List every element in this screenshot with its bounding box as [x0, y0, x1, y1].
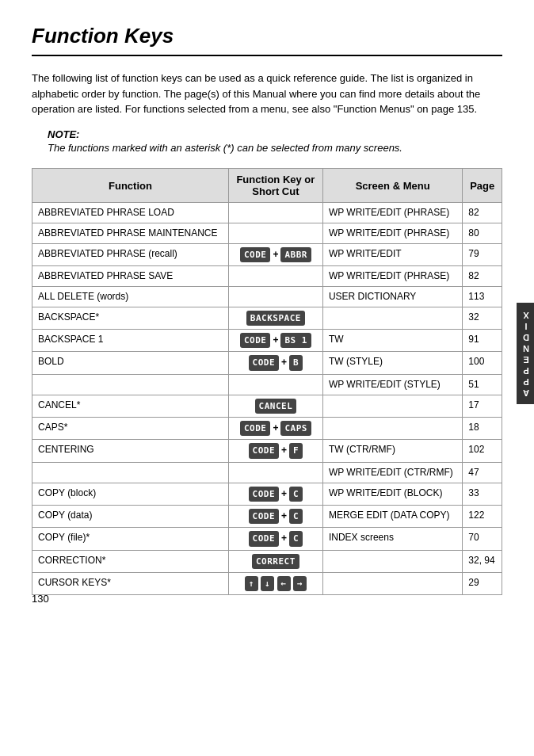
page-cell: 102 [463, 440, 502, 462]
table-row: COPY (file)*CODE+CINDEX screens70 [32, 528, 502, 550]
shortcut-cell: CODE+F [228, 440, 322, 462]
screen-cell [322, 307, 462, 329]
shortcut-cell [228, 286, 322, 307]
col-header-function: Function [32, 169, 229, 203]
shortcut-cell: CODE+C [228, 483, 322, 505]
page-cell: 80 [463, 223, 502, 243]
screen-cell: USER DICTIONARY [322, 286, 462, 307]
shortcut-cell: CODE+ABBR [228, 243, 322, 265]
table-row: COPY (data)CODE+CMERGE EDIT (DATA COPY)1… [32, 505, 502, 527]
table-row: ABBREVIATED PHRASE MAINTENANCEWP WRITE/E… [32, 223, 502, 243]
table-row: CORRECTION*CORRECT32, 94 [32, 550, 502, 572]
shortcut-cell [228, 265, 322, 286]
function-cell: CURSOR KEYS* [32, 573, 229, 595]
shortcut-cell: CODE+C [228, 528, 322, 550]
note-block: NOTE: The functions marked with an aster… [48, 128, 502, 156]
shortcut-cell-extra [228, 374, 322, 395]
page-cell: 29 [463, 573, 502, 595]
screen-cell-extra: WP WRITE/EDIT (CTR/RMF) [322, 462, 462, 483]
shortcut-cell-extra [228, 462, 322, 483]
page-cell: 70 [463, 528, 502, 550]
page-cell: 91 [463, 329, 502, 351]
table-row: BOLDCODE+BTW (STYLE)100 [32, 352, 502, 374]
page-cell: 113 [463, 286, 502, 307]
function-cell: BACKSPACE* [32, 307, 229, 329]
table-row-extra: WP WRITE/EDIT (CTR/RMF)47 [32, 462, 502, 483]
function-cell: CAPS* [32, 417, 229, 439]
screen-cell: WP WRITE/EDIT (PHRASE) [322, 223, 462, 243]
function-cell: ABBREVIATED PHRASE LOAD [32, 203, 229, 223]
function-cell: COPY (block) [32, 483, 229, 505]
page-cell: 82 [463, 265, 502, 286]
table-row: CAPS*CODE+CAPS18 [32, 417, 502, 439]
table-row: CANCEL*CANCEL17 [32, 395, 502, 417]
page-number: 130 [32, 593, 49, 605]
function-keys-table: Function Function Key orShort Cut Screen… [32, 168, 502, 595]
shortcut-cell [228, 203, 322, 223]
note-label: NOTE: [48, 128, 79, 140]
function-cell: ALL DELETE (words) [32, 286, 229, 307]
table-row: ABBREVIATED PHRASE SAVEWP WRITE/EDIT (PH… [32, 265, 502, 286]
screen-cell: WP WRITE/EDIT [322, 243, 462, 265]
function-cell: COPY (data) [32, 505, 229, 527]
screen-cell: WP WRITE/EDIT (BLOCK) [322, 483, 462, 505]
page-cell-extra: 51 [463, 374, 502, 395]
col-header-page: Page [463, 169, 502, 203]
page-cell: 32, 94 [463, 550, 502, 572]
table-row: ABBREVIATED PHRASE (recall)CODE+ABBRWP W… [32, 243, 502, 265]
col-header-shortcut: Function Key orShort Cut [228, 169, 322, 203]
table-row: BACKSPACE 1CODE+BS 1TW91 [32, 329, 502, 351]
screen-cell [322, 395, 462, 417]
function-cell-extra [32, 462, 229, 483]
table-row: COPY (block)CODE+CWP WRITE/EDIT (BLOCK)3… [32, 483, 502, 505]
table-row: ABBREVIATED PHRASE LOADWP WRITE/EDIT (PH… [32, 203, 502, 223]
table-row-extra: WP WRITE/EDIT (STYLE)51 [32, 374, 502, 395]
screen-cell: WP WRITE/EDIT (PHRASE) [322, 265, 462, 286]
shortcut-cell: CORRECT [228, 550, 322, 572]
function-cell: CANCEL* [32, 395, 229, 417]
screen-cell: TW [322, 329, 462, 351]
page-cell-extra: 47 [463, 462, 502, 483]
appendix-tab: APPENDIX [517, 303, 534, 404]
function-cell: BACKSPACE 1 [32, 329, 229, 351]
function-cell: ABBREVIATED PHRASE SAVE [32, 265, 229, 286]
page-title: Function Keys [32, 24, 502, 56]
shortcut-cell: ↑ ↓ ← → [228, 573, 322, 595]
screen-cell [322, 550, 462, 572]
page-cell: 17 [463, 395, 502, 417]
function-cell: COPY (file)* [32, 528, 229, 550]
shortcut-cell: CANCEL [228, 395, 322, 417]
function-cell: ABBREVIATED PHRASE MAINTENANCE [32, 223, 229, 243]
screen-cell: TW (STYLE) [322, 352, 462, 374]
table-row: BACKSPACE*BACKSPACE32 [32, 307, 502, 329]
screen-cell: WP WRITE/EDIT (PHRASE) [322, 203, 462, 223]
page-cell: 82 [463, 203, 502, 223]
table-row: CURSOR KEYS*↑ ↓ ← →29 [32, 573, 502, 595]
screen-cell: INDEX screens [322, 528, 462, 550]
function-cell: BOLD [32, 352, 229, 374]
function-cell: ABBREVIATED PHRASE (recall) [32, 243, 229, 265]
shortcut-cell: CODE+C [228, 505, 322, 527]
function-cell-extra [32, 374, 229, 395]
function-cell: CENTERING [32, 440, 229, 462]
shortcut-cell: CODE+B [228, 352, 322, 374]
note-text: The functions marked with an asterisk (*… [48, 142, 402, 154]
page-cell: 32 [463, 307, 502, 329]
table-row: CENTERINGCODE+FTW (CTR/RMF)102 [32, 440, 502, 462]
page-cell: 18 [463, 417, 502, 439]
function-cell: CORRECTION* [32, 550, 229, 572]
screen-cell-extra: WP WRITE/EDIT (STYLE) [322, 374, 462, 395]
shortcut-cell: BACKSPACE [228, 307, 322, 329]
intro-text: The following list of function keys can … [32, 71, 502, 117]
shortcut-cell: CODE+BS 1 [228, 329, 322, 351]
screen-cell [322, 573, 462, 595]
shortcut-cell [228, 223, 322, 243]
table-row: ALL DELETE (words)USER DICTIONARY113 [32, 286, 502, 307]
page-cell: 100 [463, 352, 502, 374]
screen-cell: MERGE EDIT (DATA COPY) [322, 505, 462, 527]
page-cell: 33 [463, 483, 502, 505]
page-cell: 122 [463, 505, 502, 527]
col-header-screen: Screen & Menu [322, 169, 462, 203]
page-cell: 79 [463, 243, 502, 265]
screen-cell: TW (CTR/RMF) [322, 440, 462, 462]
